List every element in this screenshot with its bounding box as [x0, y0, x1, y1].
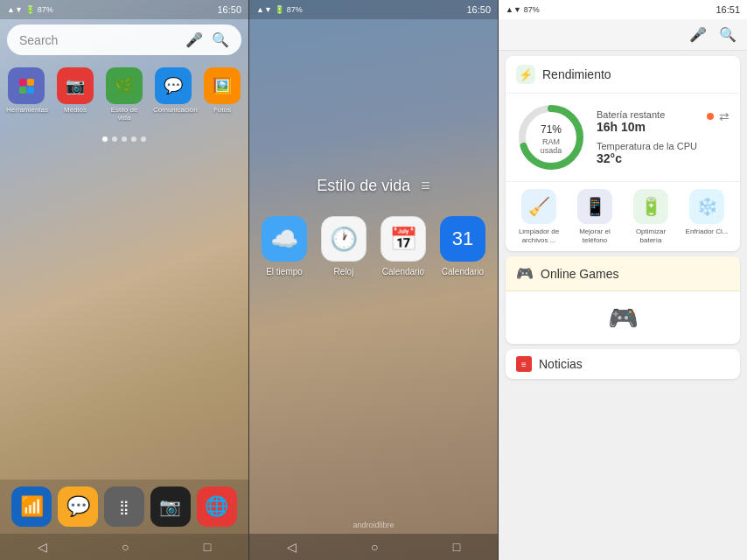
- app-icon-medios: 📷: [57, 67, 94, 104]
- ram-symbol: %: [552, 123, 562, 136]
- app-icon-fotos: 🖼️: [204, 67, 241, 104]
- app-fotos[interactable]: 🖼️ Fotos: [199, 67, 245, 122]
- enfriador-label: Enfriador Cl...: [686, 228, 729, 236]
- folder-title: Estilo de vida ≡: [317, 177, 430, 195]
- dock-camera[interactable]: 📷: [150, 486, 191, 527]
- cpu-label: Temperatura de la CPU: [597, 141, 730, 151]
- status-icons-left: ▲▼ 🔋 87%: [7, 5, 53, 14]
- btn-enfriador[interactable]: ❄️ Enfriador Cl...: [683, 189, 731, 244]
- ram-percent-value: 71%: [534, 120, 569, 136]
- wifi-icon: ▲▼: [7, 5, 23, 14]
- dock-messages[interactable]: 💬: [58, 486, 98, 527]
- status-bar-1: ▲▼ 🔋 87% 16:50: [0, 0, 248, 19]
- search-icon[interactable]: 🔍: [212, 32, 229, 48]
- status-bar-2: ▲▼ 🔋 87% 16:50: [249, 0, 498, 19]
- bateria-icon: 🔋: [633, 189, 668, 224]
- dot-1: [102, 136, 108, 142]
- app-comunicacion[interactable]: 💬 Comunicación: [150, 67, 196, 122]
- app-label-tiempo: El tiempo: [266, 267, 303, 276]
- dock-bar: 📶 💬 ⣿ 📷 🌐: [0, 480, 248, 534]
- games-title: Online Games: [541, 267, 618, 281]
- mic-icon-3[interactable]: 🎤: [689, 26, 707, 43]
- nav-bar-2: ◁ ○ □: [249, 534, 498, 560]
- panel-folder: ▲▼ 🔋 87% 16:50 Estilo de vida ≡ ☁️ El ti…: [249, 0, 499, 560]
- mic-icon[interactable]: 🎤: [185, 32, 203, 48]
- app-label-calendario1: Calendario: [382, 267, 424, 276]
- games-empty-icon: 🎮: [608, 304, 639, 332]
- limpiador-label: Limpiador de archivos ...: [515, 228, 563, 244]
- app-icon-calendario1: 📅: [380, 216, 426, 262]
- wifi-signal-icon: 📶: [20, 495, 44, 518]
- back-button-2[interactable]: ◁: [287, 540, 297, 554]
- app-herramientas[interactable]: Herramientas: [3, 67, 49, 122]
- app-label-medios: Medios: [64, 107, 87, 115]
- btn-bateria[interactable]: 🔋 Optimizar batería: [627, 189, 675, 244]
- rendimiento-title: Rendimiento: [542, 67, 611, 81]
- search-icon-3[interactable]: 🔍: [719, 26, 737, 43]
- games-empty: 🎮: [506, 291, 740, 344]
- btn-mejorar[interactable]: 📱 Mejorar el teléfono: [571, 189, 619, 244]
- app-icon-herramientas: [8, 67, 45, 104]
- apps-grid-icon: ⣿: [119, 499, 129, 515]
- app-tiempo[interactable]: ☁️ El tiempo: [262, 216, 307, 276]
- app-label-fotos: Fotos: [213, 107, 231, 115]
- home-button-1[interactable]: ○: [122, 540, 129, 554]
- dot-3: [122, 136, 127, 142]
- search-placeholder: Search: [19, 33, 58, 47]
- app-icon-estilo: 🌿: [106, 67, 143, 104]
- search-bar[interactable]: Search 🎤 🔍: [7, 24, 241, 55]
- battery-icon-1: 🔋: [25, 5, 35, 14]
- dock-wifi[interactable]: 📶: [11, 486, 52, 527]
- action-buttons: 🧹 Limpiador de archivos ... 📱 Mejorar el…: [506, 181, 740, 251]
- panel-home: ▲▼ 🔋 87% 16:50 Search 🎤 🔍 Herramientas: [0, 0, 249, 560]
- enfriador-icon: ❄️: [689, 189, 724, 224]
- mejorar-icon: 📱: [577, 189, 612, 224]
- app-estilo[interactable]: 🌿 Estilo de vida: [101, 67, 147, 122]
- battery-status-dot: [707, 113, 714, 120]
- app-calendario1[interactable]: 📅 Calendario: [380, 216, 426, 276]
- recents-button-1[interactable]: □: [204, 540, 211, 554]
- folder-apps: ☁️ El tiempo 🕐 Reloj 📅 Calendario 31 Cal…: [262, 216, 485, 276]
- noticias-section: ≡ Noticias: [506, 349, 740, 379]
- app-label-estilo: Estilo de vida: [104, 107, 144, 122]
- recents-button-2[interactable]: □: [453, 540, 460, 554]
- app-icon-reloj: 🕐: [321, 216, 367, 262]
- watermark: androidlibre: [353, 521, 394, 529]
- noticias-header: ≡ Noticias: [506, 349, 740, 379]
- rendimiento-card: ⚡ Rendimiento 71% RAM usada: [506, 56, 740, 251]
- app-icon-tiempo: ☁️: [262, 216, 307, 262]
- bateria-label: Optimizar batería: [627, 228, 675, 244]
- status-left-3: ▲▼ 87%: [506, 5, 540, 14]
- search-icons: 🎤 🔍: [185, 32, 229, 48]
- app-label-comunicacion: Comunicación: [153, 107, 193, 115]
- panel-phone-manager: ▲▼ 87% 16:51 🎤 🔍 ⚡ Rendimiento: [499, 0, 747, 560]
- panel3-search-bar: 🎤 🔍: [499, 19, 747, 51]
- app-grid: Herramientas 📷 Medios 🌿 Estilo de vida 💬…: [0, 60, 248, 130]
- menu-icon[interactable]: ≡: [421, 177, 430, 195]
- dock-apps[interactable]: ⣿: [104, 486, 144, 527]
- battery-time-value: 16h 10m: [597, 120, 665, 134]
- battery-cpu-info: Batería restante 16h 10m ⇄ Temperatura d…: [597, 109, 730, 165]
- camera-icon: 📷: [159, 496, 181, 517]
- app-icon-comunicacion: 💬: [155, 67, 192, 104]
- battery-percent-2: 87%: [287, 5, 303, 14]
- battery-3: 87%: [524, 5, 540, 14]
- app-label-reloj: Reloj: [334, 267, 354, 276]
- folder-content: Estilo de vida ≡ ☁️ El tiempo 🕐 Reloj 📅 …: [249, 19, 498, 560]
- nav-bar-1: ◁ ○ □: [0, 534, 248, 560]
- battery-label: Batería restante: [597, 109, 665, 120]
- btn-limpiador[interactable]: 🧹 Limpiador de archivos ...: [515, 189, 563, 244]
- app-calendario2[interactable]: 31 Calendario: [440, 216, 485, 276]
- ram-label: RAM usada: [534, 137, 569, 155]
- back-button-1[interactable]: ◁: [38, 540, 47, 554]
- noticias-icon: ≡: [516, 356, 532, 372]
- dock-chrome[interactable]: 🌐: [197, 486, 237, 527]
- wifi-icon-2: ▲▼: [256, 5, 272, 14]
- home-button-2[interactable]: ○: [371, 540, 378, 554]
- dot-5: [141, 136, 146, 142]
- status-bar-3: ▲▼ 87% 16:51: [499, 0, 747, 19]
- rendimiento-content: 71% RAM usada Batería restante 16h 10m ⇄: [506, 94, 740, 181]
- battery-percent-1: 87%: [38, 5, 53, 14]
- app-reloj[interactable]: 🕐 Reloj: [321, 216, 367, 276]
- app-medios[interactable]: 📷 Medios: [52, 67, 98, 122]
